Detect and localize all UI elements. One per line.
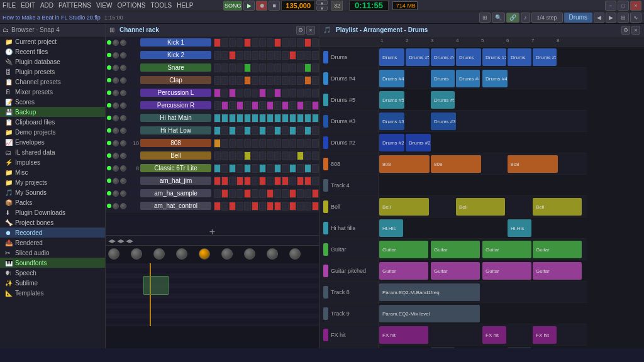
pad-11-7[interactable] [267, 177, 274, 185]
pad-0-11[interactable] [297, 38, 304, 47]
pad-5-8[interactable] [274, 101, 281, 110]
pad-9-7[interactable] [267, 151, 274, 160]
pad-0-7[interactable] [267, 38, 274, 47]
pattern-block-5-1[interactable]: 808 [431, 155, 481, 173]
pad-1-10[interactable] [289, 51, 296, 60]
pattern-block-10-2[interactable]: Guitar [482, 262, 531, 280]
pad-4-8[interactable] [274, 89, 281, 97]
pad-1-11[interactable] [297, 51, 304, 60]
ch-led-4[interactable] [107, 90, 111, 95]
pad-2-9[interactable] [282, 63, 289, 72]
pattern-block-1-1[interactable]: Drums [431, 70, 455, 87]
pad-2-8[interactable] [274, 63, 281, 72]
pad-7-8[interactable] [274, 126, 281, 135]
playlist-close[interactable]: × [631, 26, 640, 35]
pad-11-0[interactable] [214, 177, 221, 185]
channel-settings-btn[interactable]: ⚙ [296, 26, 305, 35]
ch-name-6[interactable]: Hi hat Main [140, 114, 211, 122]
ch-led-3[interactable] [107, 78, 111, 82]
add-channel-btn[interactable]: + [106, 225, 319, 235]
ch-name-2[interactable]: Snare [140, 63, 211, 72]
pattern-block-9-0[interactable]: Guitar [379, 241, 428, 258]
pad-4-1[interactable] [221, 89, 228, 97]
pad-0-10[interactable] [289, 38, 296, 47]
ch-pan-knob-6[interactable] [120, 115, 126, 121]
pad-0-8[interactable] [274, 38, 281, 47]
pad-4-3[interactable] [236, 89, 243, 97]
pad-7-2[interactable] [229, 126, 236, 135]
pad-10-8[interactable] [274, 164, 281, 173]
pad-11-13[interactable] [312, 177, 319, 185]
pad-9-4[interactable] [244, 151, 251, 160]
pad-4-12[interactable] [304, 89, 311, 97]
pad-10-3[interactable] [236, 164, 243, 173]
ch-led-2[interactable] [107, 65, 111, 70]
pad-6-6[interactable] [259, 114, 266, 123]
pad-10-12[interactable] [304, 164, 311, 173]
pad-8-10[interactable] [289, 139, 296, 148]
track-label-5[interactable]: 808 [319, 153, 379, 175]
ch-pan-knob-13[interactable] [120, 203, 126, 209]
ch-vol-knob-2[interactable] [113, 65, 119, 71]
pad-5-6[interactable] [259, 101, 266, 110]
pad-7-6[interactable] [259, 126, 266, 135]
pad-12-9[interactable] [282, 189, 289, 198]
pad-13-6[interactable] [259, 202, 266, 211]
pattern-block-0-4[interactable]: Drums #2 [482, 48, 506, 66]
pad-13-13[interactable] [312, 202, 319, 211]
pad-12-11[interactable] [297, 189, 304, 198]
pattern-block-4-0[interactable]: Drums #2 [379, 134, 404, 151]
sidebar-item-il-shared-data[interactable]: 🗂IL shared data [0, 147, 105, 157]
song-mode-btn[interactable]: SONG [223, 1, 242, 11]
ch-led-9[interactable] [107, 153, 111, 158]
pad-10-11[interactable] [297, 164, 304, 173]
track-label-4[interactable]: Drums #2 [319, 132, 379, 153]
pad-0-1[interactable] [221, 38, 228, 47]
track-label-9[interactable]: Guitar [319, 239, 379, 260]
pad-9-0[interactable] [214, 151, 221, 160]
pad-3-1[interactable] [221, 76, 228, 85]
pad-1-6[interactable] [259, 51, 266, 60]
sidebar-item-sublime[interactable]: ✨Sublime [0, 278, 105, 288]
stop-btn[interactable]: ■ [269, 1, 280, 11]
pattern-block-4-1[interactable]: Drums #2 [406, 134, 431, 151]
pattern-block-7-2[interactable]: Bell [533, 198, 582, 216]
ch-vol-knob-0[interactable] [113, 40, 119, 46]
pad-8-8[interactable] [274, 139, 281, 148]
pad-11-9[interactable] [282, 177, 289, 185]
pattern-block-2-0[interactable]: Drums #5 [379, 91, 404, 109]
pad-4-9[interactable] [282, 89, 289, 97]
pad-10-2[interactable] [229, 164, 236, 173]
ch-pan-knob-7[interactable] [120, 128, 126, 134]
pad-4-11[interactable] [297, 89, 304, 97]
track-label-0[interactable]: Drums [319, 47, 379, 68]
pattern-block-9-1[interactable]: Guitar [431, 241, 480, 258]
knob-2[interactable] [131, 248, 142, 260]
pad-13-8[interactable] [274, 202, 281, 211]
record-btn[interactable]: ⏺ [256, 1, 267, 11]
pattern-block-9-2[interactable]: Guitar [482, 241, 531, 258]
pad-7-1[interactable] [221, 126, 228, 135]
pad-13-10[interactable] [289, 202, 296, 211]
channel-close-btn[interactable]: × [306, 26, 315, 35]
pad-2-13[interactable] [312, 63, 319, 72]
pad-3-2[interactable] [229, 76, 236, 85]
close-btn[interactable]: × [630, 1, 641, 11]
pad-11-4[interactable] [244, 177, 251, 185]
pad-11-2[interactable] [229, 177, 236, 185]
pad-10-9[interactable] [282, 164, 289, 173]
bpm-down[interactable]: ▼ [316, 6, 328, 11]
pad-12-2[interactable] [229, 189, 236, 198]
sidebar-item-speech[interactable]: 🗣Speech [0, 268, 105, 278]
ch-pan-knob-1[interactable] [120, 52, 126, 58]
pad-2-10[interactable] [289, 63, 296, 72]
pad-8-4[interactable] [244, 139, 251, 148]
pad-10-5[interactable] [252, 164, 258, 173]
pad-7-5[interactable] [252, 126, 258, 135]
ch-name-7[interactable]: Hi Hat Low [140, 126, 211, 134]
pattern-block-0-6[interactable]: Drums #3 [533, 48, 557, 66]
menu-file[interactable]: FILE [3, 2, 16, 9]
pattern-block-0-3[interactable]: Drums [456, 48, 481, 66]
pattern-block-8-1[interactable]: Hl.Hls [508, 219, 531, 237]
pad-3-5[interactable] [252, 76, 258, 85]
